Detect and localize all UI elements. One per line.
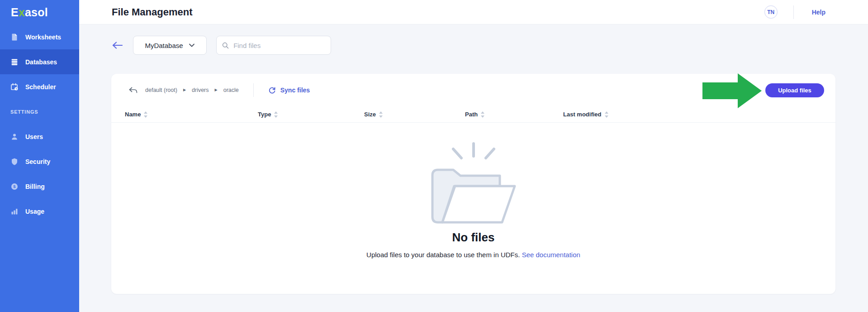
- sort-icon: [379, 111, 383, 118]
- search-input[interactable]: [233, 42, 325, 49]
- database-selector[interactable]: MyDatabase: [133, 36, 207, 55]
- column-header-path[interactable]: Path: [465, 111, 563, 118]
- breadcrumb-item-oracle[interactable]: oracle: [223, 87, 239, 93]
- back-arrow-icon: [112, 41, 123, 49]
- column-label: Last modified: [563, 111, 602, 118]
- empty-folder-icon: [431, 139, 517, 224]
- search-icon: [222, 42, 229, 49]
- logo-text: E: [11, 6, 19, 19]
- sidebar-item-label: Security: [25, 158, 50, 165]
- svg-text:$: $: [13, 184, 16, 189]
- sidebar-item-label: Billing: [25, 183, 45, 190]
- database-selector-value: MyDatabase: [145, 42, 183, 49]
- undo-arrow-icon: [128, 87, 138, 94]
- sidebar-item-label: Scheduler: [25, 83, 56, 91]
- empty-state-text: Upload files to your database to use the…: [366, 251, 520, 259]
- files-toolbar: MyDatabase: [112, 36, 868, 55]
- column-header-last-modified[interactable]: Last modified: [563, 111, 822, 118]
- breadcrumb: default (root) ▶ drivers ▶ oracle: [145, 87, 239, 93]
- sync-files-label: Sync files: [280, 86, 310, 94]
- sidebar: Exasol Worksheets Databases Scheduler SE…: [0, 0, 79, 312]
- main-content: MyDatabase default (root) ▶ drivers ▶ or…: [79, 24, 868, 312]
- see-documentation-link[interactable]: See documentation: [522, 251, 580, 259]
- column-label: Size: [364, 111, 376, 118]
- empty-state: No files Upload files to your database t…: [111, 123, 835, 259]
- sync-icon: [268, 86, 276, 94]
- toolbar-divider: [253, 83, 254, 97]
- sidebar-item-label: Usage: [25, 208, 44, 215]
- logo-accent: x: [19, 6, 25, 19]
- topbar-divider: [793, 5, 794, 19]
- shield-icon: [10, 158, 19, 166]
- database-icon: [10, 58, 19, 66]
- folder-up-button[interactable]: [128, 86, 138, 95]
- topbar-right: TN Help: [764, 5, 868, 19]
- table-header-row: Name Type Size Path Last modified: [111, 106, 835, 123]
- sort-icon: [144, 111, 147, 118]
- back-button[interactable]: [112, 41, 123, 50]
- breadcrumb-item-root[interactable]: default (root): [145, 87, 177, 93]
- file-icon: [10, 33, 19, 41]
- empty-state-title: No files: [452, 230, 495, 245]
- logo-text-suffix: asol: [25, 6, 48, 19]
- help-link[interactable]: Help: [812, 9, 825, 16]
- sidebar-item-databases[interactable]: Databases: [0, 49, 79, 74]
- sidebar-item-worksheets[interactable]: Worksheets: [0, 24, 79, 49]
- column-header-size[interactable]: Size: [364, 111, 465, 118]
- breadcrumb-separator-icon: ▶: [183, 88, 186, 92]
- calendar-icon: [10, 83, 19, 91]
- column-label: Path: [465, 111, 478, 118]
- sort-icon: [481, 111, 484, 118]
- empty-state-description: Upload files to your database to use the…: [366, 251, 580, 259]
- top-bar: File Management TN Help: [79, 0, 868, 24]
- sidebar-item-usage[interactable]: Usage: [0, 199, 79, 224]
- sidebar-item-security[interactable]: Security: [0, 149, 79, 174]
- sidebar-item-users[interactable]: Users: [0, 124, 79, 149]
- column-label: Name: [125, 111, 141, 118]
- upload-files-button[interactable]: Upload files: [765, 83, 824, 97]
- page-title: File Management: [112, 6, 192, 18]
- chevron-down-icon: [189, 43, 195, 48]
- breadcrumb-item-drivers[interactable]: drivers: [192, 87, 209, 93]
- annotation-arrow: [702, 73, 762, 108]
- sync-files-button[interactable]: Sync files: [268, 86, 310, 94]
- sort-icon: [605, 111, 608, 118]
- user-avatar[interactable]: TN: [764, 5, 778, 19]
- sidebar-item-billing[interactable]: $ Billing: [0, 174, 79, 199]
- column-label: Type: [258, 111, 271, 118]
- sidebar-item-label: Databases: [25, 58, 57, 66]
- column-header-name[interactable]: Name: [125, 111, 258, 118]
- breadcrumb-separator-icon: ▶: [215, 88, 218, 92]
- bar-chart-icon: [10, 207, 19, 216]
- sort-icon: [274, 111, 278, 118]
- sidebar-section-settings: SETTINGS: [0, 99, 79, 124]
- search-box: [216, 36, 331, 55]
- sidebar-item-label: Worksheets: [25, 34, 61, 41]
- sidebar-item-scheduler[interactable]: Scheduler: [0, 74, 79, 99]
- column-header-type[interactable]: Type: [258, 111, 364, 118]
- user-icon: [10, 133, 19, 141]
- exasol-logo: Exasol: [0, 0, 79, 24]
- dollar-icon: $: [10, 182, 19, 191]
- sidebar-item-label: Users: [25, 133, 43, 140]
